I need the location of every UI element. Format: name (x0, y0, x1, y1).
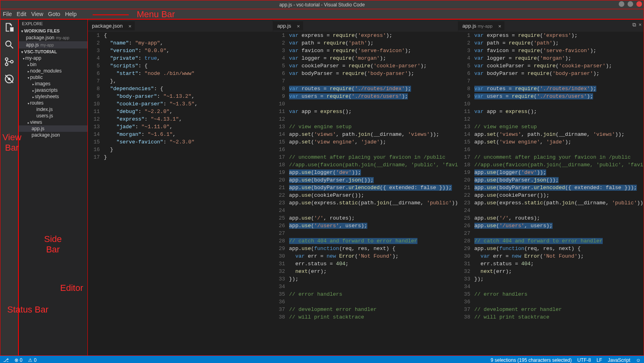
status-encoding[interactable]: UTF-8 (577, 357, 591, 363)
status-selection[interactable]: 9 selections (195 characters selected) (491, 357, 572, 363)
close-icon[interactable]: × (128, 23, 132, 29)
tab-app-js-2[interactable]: app.js × (273, 21, 303, 30)
viewbar (0, 19, 18, 356)
window-maximize-button[interactable] (628, 1, 633, 7)
svg-line-1 (10, 46, 13, 48)
statusbar: ⎇ ⊗ 0 ⚠ 0 9 selections (195 characters s… (0, 356, 644, 363)
status-git-icon[interactable]: ⎇ (3, 357, 9, 363)
file-item[interactable]: index.js (19, 106, 88, 113)
tabbar-1: package.json × (88, 20, 273, 32)
menubar: File Edit View Goto Help Menu Bar (0, 9, 644, 19)
folder-item[interactable]: views (19, 119, 88, 125)
tabbar-3: app.js my-app × ⧉ × (458, 20, 643, 32)
close-icon[interactable]: × (498, 23, 502, 29)
close-all-icon[interactable]: × (638, 22, 642, 28)
folder-item[interactable]: javascripts (19, 87, 88, 93)
folder-item[interactable]: my-app (19, 55, 88, 61)
file-item[interactable]: app.js (19, 125, 88, 132)
editor-area: package.json × 1234567891011121314151617… (88, 19, 644, 356)
split-editor-icon[interactable]: ⧉ (632, 22, 636, 28)
code-editor-1[interactable]: 1234567891011121314151617 { "name": "my-… (88, 32, 273, 355)
tabbar-2: app.js × (273, 20, 458, 32)
svg-point-3 (5, 63, 8, 66)
files-icon[interactable] (4, 22, 14, 34)
file-item[interactable]: users.js (19, 113, 88, 119)
folder-item[interactable]: images (19, 81, 88, 87)
folder-item[interactable]: routes (19, 100, 88, 106)
status-errors[interactable]: ⊗ 0 (14, 357, 22, 363)
file-item[interactable]: package.json (19, 132, 88, 138)
menu-goto[interactable]: Goto (48, 11, 60, 17)
working-files-header[interactable]: WORKING FILES (19, 28, 88, 34)
sidebar: EXPLORE WORKING FILES package.jsonmy-app… (18, 19, 88, 356)
annotation-arrow (93, 14, 129, 15)
svg-point-0 (6, 41, 11, 46)
tab-package-json[interactable]: package.json × (88, 21, 135, 30)
window-title: app.js - vsc-tutorial - Visual Studio Co… (279, 2, 365, 8)
code-editor-3[interactable]: 1234567891011121314151617181920212223242… (458, 32, 643, 355)
window-minimize-button[interactable] (619, 1, 624, 7)
editor-pane-3: app.js my-app × ⧉ × 12345678910111213141… (458, 20, 644, 355)
menu-view[interactable]: View (31, 11, 43, 17)
working-file-item[interactable]: app.jsmy-app (19, 41, 88, 48)
folder-item[interactable]: bin (19, 61, 88, 68)
svg-point-2 (5, 58, 8, 60)
sidebar-title: EXPLORE (19, 20, 88, 28)
menu-file[interactable]: File (3, 11, 12, 17)
titlebar: app.js - vsc-tutorial - Visual Studio Co… (0, 0, 644, 9)
git-icon[interactable] (4, 56, 14, 68)
menu-help[interactable]: Help (65, 11, 77, 17)
status-warnings[interactable]: ⚠ 0 (28, 357, 36, 363)
tab-app-js-3[interactable]: app.js my-app × (458, 21, 504, 30)
working-file-item[interactable]: package.jsonmy-app (19, 34, 88, 41)
status-language[interactable]: JavaScript (608, 357, 630, 363)
close-icon[interactable]: × (297, 23, 300, 29)
search-icon[interactable] (4, 39, 14, 51)
folder-item[interactable]: node_modules (19, 68, 88, 74)
window-close-button[interactable] (636, 1, 642, 7)
annotation-menubar: Menu Bar (137, 9, 175, 20)
project-header[interactable]: VSC-TUTORIAL (19, 48, 88, 55)
editor-pane-2: app.js × 1234567891011121314151617181920… (273, 20, 458, 355)
editor-pane-1: package.json × 1234567891011121314151617… (88, 20, 273, 355)
folder-item[interactable]: public (19, 74, 88, 81)
status-feedback-icon[interactable]: ☺ (636, 357, 641, 363)
folder-item[interactable]: stylesheets (19, 93, 88, 100)
svg-point-4 (10, 60, 13, 63)
status-eol[interactable]: LF (597, 357, 602, 363)
debug-icon[interactable] (4, 74, 14, 85)
code-editor-2[interactable]: 1234567891011121314151617181920212223242… (273, 32, 458, 355)
menu-edit[interactable]: Edit (17, 11, 26, 17)
